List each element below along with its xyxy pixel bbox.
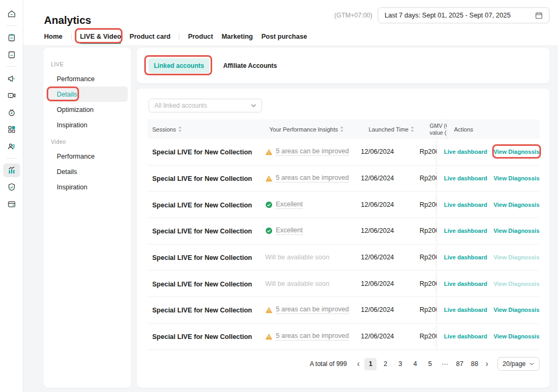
pagination-page-87[interactable]: 87 [454, 358, 466, 370]
sort-icon [411, 126, 414, 132]
actions-cell: Live dashboardView Diagnossis [437, 324, 539, 350]
sidebar-item-live-inspiration[interactable]: Inspiration [47, 117, 128, 133]
live-dashboard-link[interactable]: Live dashboard [444, 254, 487, 260]
pagination-ellipsis[interactable]: ··· [439, 358, 451, 370]
top-tab-product[interactable]: Product [188, 30, 213, 43]
session-cell: Special LIVE for New Collection [152, 279, 265, 289]
session-name: Special LIVE for New Collection [152, 149, 252, 156]
live-dashboard-link[interactable]: Live dashboard [444, 307, 487, 313]
top-tab-marketing[interactable]: Marketing [222, 30, 253, 43]
insight-text[interactable]: 5 areas can be improved [276, 306, 349, 314]
view-diagnosis-link[interactable]: View Diagnossis [493, 202, 539, 208]
view-diagnosis-link[interactable]: View Diagnossis [493, 333, 539, 339]
actions-cell: Live dashboardView Diagnossis [437, 191, 539, 217]
insight-cell: 5 areas can be improved [265, 174, 361, 182]
top-tab-post-purchase[interactable]: Post purchase [261, 30, 307, 43]
table-row: Special LIVE for New CollectionExcellent… [147, 191, 539, 218]
rail-item-live-icon[interactable] [3, 106, 20, 119]
insight-text[interactable]: Excellent [276, 201, 303, 209]
column-header-sessions[interactable]: Sessions [152, 126, 269, 133]
sidebar-item-video-inspiration[interactable]: Inspiration [47, 179, 128, 195]
live-dashboard-link[interactable]: Live dashboard [444, 228, 487, 234]
launched-time-cell: 12/06/2024 [361, 227, 420, 234]
sidebar-item-label: Details [57, 168, 77, 176]
insight-cell: 5 areas can be improved [265, 147, 361, 156]
rail-item-finance-icon[interactable] [3, 197, 20, 211]
pagination-prev-icon[interactable]: ‹ [355, 360, 362, 368]
gmv-cell: Rp200 [420, 280, 437, 288]
gmv-cell: Rp200 [420, 333, 437, 340]
rail-item-products-icon[interactable] [3, 48, 20, 62]
chevron-down-icon [529, 362, 534, 365]
security-icon [7, 182, 16, 192]
view-diagnosis-link[interactable]: View Diagnossis [493, 228, 539, 234]
pagination-page-4[interactable]: 4 [409, 358, 421, 370]
table-body: Special LIVE for New Collection5 areas c… [147, 139, 539, 350]
tab-divider [179, 33, 179, 40]
insight-cell: Excellent [265, 201, 361, 209]
gmv-cell: Rp200 [420, 148, 437, 155]
orders-icon [7, 33, 16, 42]
pagination-page-3[interactable]: 3 [394, 358, 406, 370]
insight-text[interactable]: 5 areas can be improved [276, 174, 349, 182]
tab-linked-accounts[interactable]: Linked accounts [149, 58, 210, 73]
rail-item-analytics-icon[interactable] [3, 163, 20, 177]
pagination-page-5[interactable]: 5 [424, 358, 436, 370]
linked-accounts-select[interactable]: All linked accounts [149, 99, 262, 112]
live-dashboard-link[interactable]: Live dashboard [444, 175, 487, 181]
gmv-cell: Rp200 [420, 306, 437, 313]
pagination: A total of 999 ‹ 12345···8788 › 20/page [310, 357, 539, 371]
table-row: Special LIVE for New CollectionExcellent… [147, 218, 539, 245]
pagination-page-1[interactable]: 1 [364, 358, 377, 370]
live-dashboard-link[interactable]: Live dashboard [444, 149, 487, 155]
session-name: Special LIVE for New Collection [152, 254, 252, 262]
insight-text: Will be available soon [265, 280, 329, 288]
view-diagnosis-link[interactable]: View Diagnossis [493, 307, 539, 313]
sidebar-item-live-details[interactable]: Details [47, 86, 128, 102]
launched-time-cell: 12/06/2024 [361, 201, 420, 208]
insight-text[interactable]: Excellent [276, 227, 303, 235]
topbar-right: (GTM+07:00) Last 7 days: Sept 01, 2025 -… [334, 7, 550, 23]
rail-item-home-icon[interactable] [3, 7, 20, 21]
home-icon [7, 9, 16, 19]
pagination-pages: 12345···8788 [364, 358, 481, 370]
gmv-cell: Rp200 [420, 254, 437, 261]
sidebar-section-label-live: LIVE [47, 57, 128, 71]
sidebar-item-live-performance[interactable]: Performance [47, 71, 128, 86]
session-cell: Special LIVE for New Collection [152, 200, 265, 210]
view-diagnosis-link[interactable]: View Diagnossis [493, 175, 539, 181]
date-range-picker[interactable]: Last 7 days: Sept 01, 2025 - Sept 07, 20… [378, 7, 550, 23]
rail-item-video-icon[interactable] [3, 89, 20, 102]
calendar-icon [535, 12, 543, 19]
column-header-insights[interactable]: Your Performance Insights [269, 126, 369, 133]
insight-text[interactable]: 5 areas can be improved [276, 332, 349, 341]
pagination-page-88[interactable]: 88 [468, 358, 481, 370]
tab-affiliate-accounts[interactable]: Affiliate Accounts [218, 58, 283, 73]
rail-item-affiliate-icon[interactable] [3, 140, 20, 153]
sidebar-item-video-performance[interactable]: Performance [47, 149, 128, 164]
table-row: Special LIVE for New CollectionWill be a… [147, 245, 539, 271]
pagination-page-2[interactable]: 2 [379, 358, 391, 370]
top-tab-product-card[interactable]: Product card [129, 30, 170, 43]
session-cell: Special LIVE for New Collection [152, 305, 265, 315]
session-cell: Special LIVE for New Collection [152, 147, 265, 156]
rail-item-security-icon[interactable] [3, 180, 20, 194]
chevron-down-icon [251, 104, 256, 107]
sidebar-item-label: Performance [57, 75, 95, 83]
view-diagnosis-link[interactable]: View Diagnossis [493, 149, 539, 155]
pagination-next-icon[interactable]: › [483, 360, 490, 368]
top-tab-home[interactable]: Home [44, 30, 63, 43]
live-dashboard-link[interactable]: Live dashboard [444, 281, 487, 287]
insight-text[interactable]: 5 areas can be improved [276, 147, 349, 156]
live-dashboard-link[interactable]: Live dashboard [444, 333, 487, 339]
sidebar-item-video-details[interactable]: Details [47, 164, 128, 179]
sidebar-item-live-optimization[interactable]: Optimization [47, 102, 128, 117]
top-tab-live-video[interactable]: LIVE & Video [80, 30, 121, 43]
rail-item-marketing-icon[interactable] [3, 72, 20, 85]
rail-item-apps-icon[interactable] [3, 123, 20, 136]
column-header-launched-time[interactable]: Launched Time [369, 126, 430, 133]
live-dashboard-link[interactable]: Live dashboard [444, 202, 487, 208]
sort-icon [340, 126, 344, 132]
page-size-select[interactable]: 20/page [498, 357, 539, 371]
rail-item-orders-icon[interactable] [3, 31, 20, 45]
